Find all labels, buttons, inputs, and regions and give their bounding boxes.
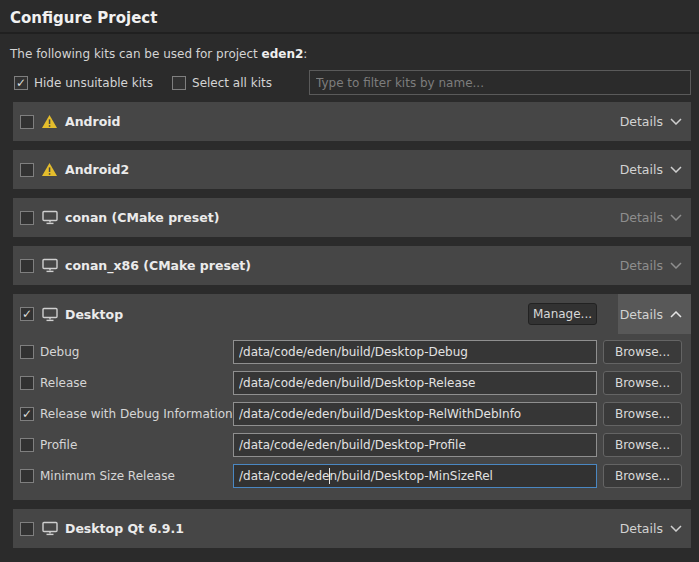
config-checkbox[interactable]	[20, 438, 34, 452]
build-dir-field-wrap	[233, 464, 597, 488]
build-dir-input[interactable]	[233, 433, 597, 457]
kit-header: conan_x86 (CMake preset) Details	[13, 246, 691, 285]
build-config-row-minsizerel: Minimum Size Release Browse...	[13, 460, 691, 491]
details-label: Details	[620, 521, 663, 536]
hide-unsuitable-kits-label: Hide unsuitable kits	[34, 76, 153, 90]
kit-list: Android Details Android2 Details	[13, 102, 691, 548]
details-toggle[interactable]: Details	[618, 246, 691, 285]
kit-checkbox[interactable]	[20, 259, 34, 273]
kit-row-conan-x86: conan_x86 (CMake preset) Details	[13, 246, 691, 285]
kit-checkbox[interactable]	[20, 163, 34, 177]
kit-checkbox[interactable]	[20, 522, 34, 536]
details-label: Details	[620, 307, 663, 322]
details-label: Details	[620, 162, 663, 177]
desktop-icon	[41, 258, 58, 273]
kit-name: conan (CMake preset)	[65, 210, 219, 225]
browse-button[interactable]: Browse...	[603, 402, 682, 426]
kit-checkbox[interactable]	[20, 115, 34, 129]
select-all-kits-checkbox-group[interactable]: Select all kits	[172, 76, 272, 90]
description-suffix: :	[303, 47, 307, 61]
kit-header: Desktop Manage... Details	[13, 294, 691, 334]
build-dir-field-wrap	[233, 402, 597, 426]
kit-checkbox[interactable]	[20, 307, 34, 321]
config-checkbox[interactable]	[20, 345, 34, 359]
desktop-icon	[41, 521, 58, 536]
kit-row-desktop-qt: Desktop Qt 6.9.1 Details	[13, 509, 691, 548]
build-config-row-release: Release Browse...	[13, 367, 691, 398]
config-label: Minimum Size Release	[40, 469, 175, 483]
browse-button[interactable]: Browse...	[603, 371, 682, 395]
browse-button[interactable]: Browse...	[603, 464, 682, 488]
kit-filter-bar: Hide unsuitable kits Select all kits	[14, 70, 691, 95]
build-dir-input-focused[interactable]	[233, 464, 597, 488]
build-config-row-profile: Profile Browse...	[13, 429, 691, 460]
build-config-row-debug: Debug Browse...	[13, 336, 691, 367]
chevron-down-icon	[670, 166, 682, 173]
kit-row-android2: Android2 Details	[13, 150, 691, 189]
warning-icon	[41, 162, 58, 177]
desktop-icon	[41, 210, 58, 225]
config-label: Release with Debug Information	[40, 407, 233, 421]
details-label: Details	[620, 258, 663, 273]
config-label: Release	[40, 376, 87, 390]
kit-row-desktop: Desktop Manage... Details Debug Browse..…	[13, 294, 691, 500]
chevron-down-icon	[670, 525, 682, 532]
build-dir-input[interactable]	[233, 340, 597, 364]
build-dir-field-wrap	[233, 340, 597, 364]
chevron-down-icon	[670, 262, 682, 269]
details-label: Details	[620, 114, 663, 129]
hide-unsuitable-kits-checkbox[interactable]	[14, 76, 28, 90]
details-label: Details	[620, 210, 663, 225]
project-name: eden2	[262, 47, 304, 61]
chevron-up-icon	[670, 311, 682, 318]
browse-button[interactable]: Browse...	[603, 433, 682, 457]
kit-name: conan_x86 (CMake preset)	[65, 258, 251, 273]
kit-name: Android2	[65, 162, 129, 177]
chevron-down-icon	[670, 214, 682, 221]
kit-name: Android	[65, 114, 121, 129]
config-checkbox[interactable]	[20, 407, 34, 421]
kit-header: Android Details	[13, 102, 691, 141]
build-dir-input[interactable]	[233, 402, 597, 426]
text-caret	[329, 468, 330, 484]
kit-filter-input[interactable]	[309, 70, 691, 95]
build-dir-field-wrap	[233, 371, 597, 395]
kit-name: Desktop Qt 6.9.1	[65, 521, 184, 536]
kit-row-android: Android Details	[13, 102, 691, 141]
details-toggle[interactable]: Details	[618, 198, 691, 237]
manage-kits-button[interactable]: Manage...	[528, 303, 597, 325]
build-dir-input[interactable]	[233, 371, 597, 395]
chevron-down-icon	[670, 118, 682, 125]
config-label: Debug	[40, 345, 79, 359]
kit-header: Android2 Details	[13, 150, 691, 189]
config-checkbox[interactable]	[20, 376, 34, 390]
build-dir-field-wrap	[233, 433, 597, 457]
kit-name: Desktop	[65, 307, 123, 322]
warning-icon	[41, 114, 58, 129]
desktop-icon	[41, 307, 58, 322]
kits-description: The following kits can be used for proje…	[10, 47, 689, 61]
select-all-kits-label: Select all kits	[192, 76, 272, 90]
details-toggle[interactable]: Details	[618, 150, 691, 189]
config-checkbox[interactable]	[20, 469, 34, 483]
details-toggle[interactable]: Details	[618, 509, 691, 548]
browse-button[interactable]: Browse...	[603, 340, 682, 364]
kit-header: Desktop Qt 6.9.1 Details	[13, 509, 691, 548]
build-config-list: Debug Browse... Release Browse... Releas…	[13, 334, 691, 500]
description-prefix: The following kits can be used for proje…	[10, 47, 262, 61]
hide-unsuitable-kits-checkbox-group[interactable]: Hide unsuitable kits	[14, 76, 153, 90]
select-all-kits-checkbox[interactable]	[172, 76, 186, 90]
config-label: Profile	[40, 438, 77, 452]
details-toggle[interactable]: Details	[618, 102, 691, 141]
page-title: Configure Project	[0, 0, 699, 34]
build-config-row-relwithdebinfo: Release with Debug Information Browse...	[13, 398, 691, 429]
details-toggle[interactable]: Details	[618, 294, 691, 334]
kit-checkbox[interactable]	[20, 211, 34, 225]
kit-header: conan (CMake preset) Details	[13, 198, 691, 237]
kit-row-conan: conan (CMake preset) Details	[13, 198, 691, 237]
